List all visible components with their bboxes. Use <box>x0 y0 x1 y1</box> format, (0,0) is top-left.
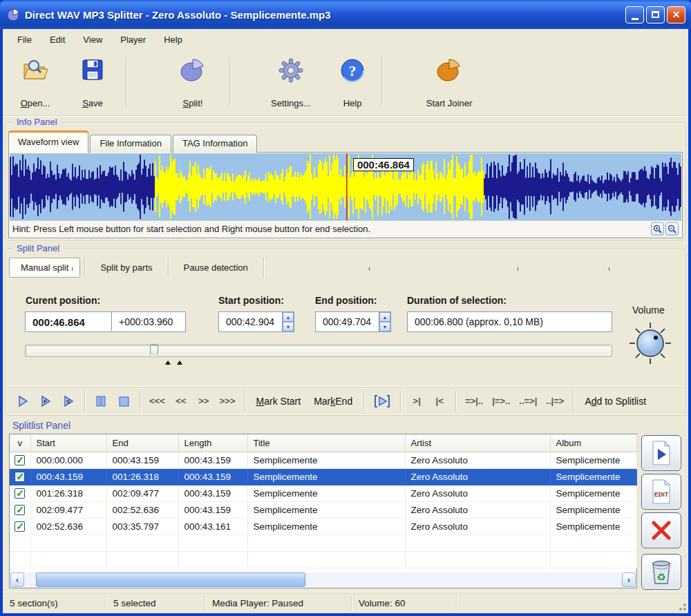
tab-tag-information[interactable]: TAG Information <box>173 135 257 153</box>
play-fast-button[interactable]: F <box>39 392 53 411</box>
zoom-out-button[interactable] <box>665 222 679 235</box>
slider-tick <box>369 267 370 271</box>
start-position-field[interactable]: 000:42.904 ▲▼ <box>218 311 294 332</box>
end-position-field[interactable]: 000:49.704 ▲▼ <box>315 311 391 332</box>
current-position-field: 000:46.864 +000:03.960 <box>25 311 186 332</box>
go-to-end-button[interactable]: >| <box>410 392 424 411</box>
position-slider[interactable] <box>25 343 612 360</box>
slider-tick <box>72 267 73 271</box>
seek-back-fast-button[interactable]: <<< <box>149 392 165 411</box>
maximize-button[interactable] <box>646 6 665 23</box>
tab-file-information[interactable]: File Information <box>90 135 171 153</box>
tab-manual-split[interactable]: Manual split <box>9 258 80 278</box>
scroll-left-button[interactable]: ‹ <box>10 572 24 587</box>
menu-edit[interactable]: Edit <box>44 32 71 47</box>
volume-knob[interactable] <box>625 318 675 368</box>
horizontal-scrollbar[interactable]: ‹ › <box>10 572 636 587</box>
close-button[interactable]: ✕ <box>667 6 685 23</box>
move-end-left-button[interactable]: ..|=> <box>546 392 564 411</box>
waveform-canvas[interactable]: 000:46.864 <box>10 153 681 220</box>
play-slow-icon: S <box>62 395 75 407</box>
menu-player[interactable]: Player <box>114 32 152 47</box>
play-selection-icon <box>373 394 391 408</box>
table-row[interactable]: 000:43.159001:26.318000:43.159 Semplicem… <box>10 468 636 485</box>
play-slow-button[interactable]: S <box>61 392 75 411</box>
slider-tick <box>220 267 221 271</box>
table-row[interactable]: 001:26.318002:09.477000:43.159 Semplicem… <box>10 485 636 501</box>
play-section-button[interactable] <box>641 435 681 471</box>
zoom-in-button[interactable] <box>651 222 664 235</box>
row-checkbox[interactable] <box>15 455 25 465</box>
resize-grip[interactable] <box>677 601 687 611</box>
row-checkbox[interactable] <box>15 521 25 532</box>
transport-separator <box>400 391 401 412</box>
menu-file[interactable]: File <box>11 32 38 47</box>
column-header-album[interactable]: Album <box>550 434 636 452</box>
menu-view[interactable]: View <box>77 32 108 47</box>
column-header-end[interactable]: End <box>106 434 178 452</box>
row-checkbox[interactable] <box>15 488 25 499</box>
scrollbar-track[interactable] <box>24 572 622 587</box>
start-position-spinner[interactable]: ▲▼ <box>282 312 294 331</box>
tab-split-by-parts[interactable]: Split by parts <box>89 258 163 277</box>
go-to-start-button[interactable]: |< <box>433 392 446 411</box>
settings-button[interactable]: Settings... <box>260 55 322 110</box>
move-start-left-button[interactable]: |=>.. <box>492 392 510 411</box>
minimize-button[interactable] <box>625 6 644 23</box>
table-row[interactable]: 002:52.636003:35.797000:43.161 Semplicem… <box>10 518 636 535</box>
play-button[interactable] <box>16 392 30 411</box>
slider-track[interactable] <box>25 345 612 357</box>
seek-forward-button[interactable]: >> <box>197 392 211 411</box>
row-checkbox[interactable] <box>15 505 25 515</box>
move-start-right-button[interactable]: =>|.. <box>465 392 483 411</box>
move-end-right-button[interactable]: ..=>| <box>519 392 537 411</box>
current-offset-value: +000:03.960 <box>112 316 180 327</box>
seek-back-button[interactable]: << <box>174 392 188 411</box>
row-checkbox[interactable] <box>15 472 25 482</box>
transport-separator <box>363 391 364 412</box>
toolbar-separator <box>126 57 126 108</box>
play-selection-button[interactable] <box>373 392 391 411</box>
save-label: Save <box>82 98 103 108</box>
table-header-row: v Start End Length Title Artist Album <box>10 434 636 452</box>
tab-waveform-view[interactable]: Waveform view <box>8 131 88 153</box>
mark-start-button[interactable]: Mark Start <box>254 392 303 411</box>
pause-button[interactable] <box>94 392 108 411</box>
delete-section-button[interactable] <box>641 512 681 548</box>
table-row[interactable]: 002:09.477002:52.636000:43.159 Semplicem… <box>10 501 636 518</box>
save-button[interactable]: Save <box>70 55 115 110</box>
edit-section-button[interactable]: EDIT <box>641 474 681 510</box>
volume-label: Volume <box>632 305 665 316</box>
scroll-right-button[interactable]: › <box>622 572 636 587</box>
start-position-value: 000:42.904 <box>219 316 282 327</box>
scrollbar-thumb[interactable] <box>36 572 305 587</box>
column-header-artist[interactable]: Artist <box>405 434 550 452</box>
duration-value: 000:06.800 (approx. 0,10 MB) <box>408 316 550 327</box>
table-row[interactable]: 000:00.000000:43.159000:43.159 Semplicem… <box>10 452 636 468</box>
add-to-splitlist-button[interactable]: Add to Splitlist <box>583 392 648 411</box>
seek-forward-fast-button[interactable]: >>> <box>220 392 236 411</box>
column-header-check[interactable]: v <box>10 434 30 452</box>
title-bar[interactable]: Direct WAV MP3 Splitter - Zero Assoluto … <box>0 0 691 29</box>
column-header-title[interactable]: Title <box>247 434 405 452</box>
tab-pause-detection[interactable]: Pause detection <box>173 258 259 277</box>
column-header-start[interactable]: Start <box>30 434 106 452</box>
split-button[interactable]: Split! <box>163 55 223 110</box>
open-button[interactable]: Open... <box>11 55 59 110</box>
app-window: Direct WAV MP3 Splitter - Zero Assoluto … <box>0 0 691 616</box>
clear-list-button[interactable]: ♻ <box>641 554 681 590</box>
start-joiner-button[interactable]: Start Joiner <box>415 55 484 110</box>
menu-bar: File Edit View Player Help <box>3 29 688 50</box>
main-toolbar: Open... Save Split! <box>3 50 688 116</box>
stop-button[interactable] <box>117 392 131 411</box>
help-icon: ? <box>339 57 366 84</box>
mark-end-button[interactable]: Mark End <box>312 392 354 411</box>
split-pie-icon <box>178 57 207 84</box>
splitlist-panel-label: Splitlist Panel <box>12 420 70 431</box>
menu-help[interactable]: Help <box>158 32 189 47</box>
help-button[interactable]: ? Help <box>330 55 375 110</box>
column-header-length[interactable]: Length <box>178 434 247 452</box>
svg-text:?: ? <box>349 62 357 79</box>
stop-icon <box>117 395 130 407</box>
end-position-spinner[interactable]: ▲▼ <box>379 312 390 331</box>
